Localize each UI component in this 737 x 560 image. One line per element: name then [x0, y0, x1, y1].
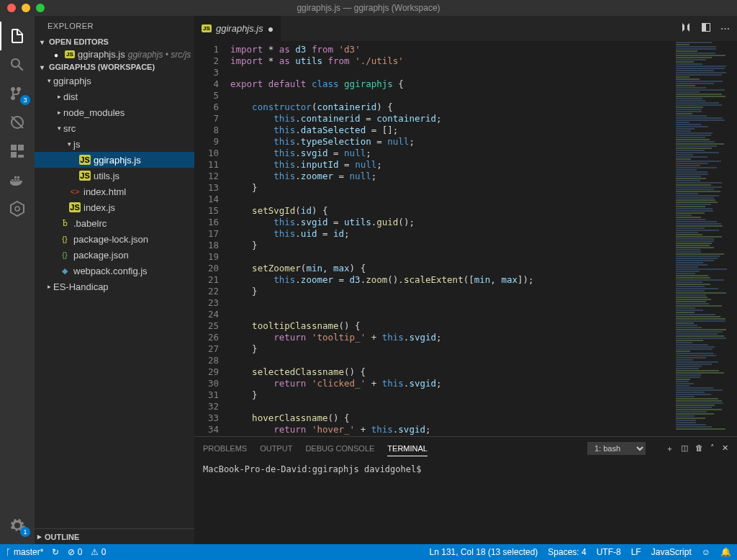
tree-folder-root[interactable]: ▾ggiraphjs: [35, 73, 194, 89]
files-icon: [9, 27, 26, 45]
status-spaces[interactable]: Spaces: 4: [548, 547, 586, 557]
chevron-down-icon: ▾: [37, 38, 46, 46]
svg-point-2: [15, 207, 19, 211]
new-terminal-icon[interactable]: ＋: [666, 443, 674, 454]
status-encoding[interactable]: UTF-8: [597, 547, 621, 557]
activity-explorer[interactable]: [0, 22, 35, 50]
terminal[interactable]: MacBook-Pro-de-David:ggiraphjs davidgohe…: [194, 460, 737, 544]
compare-changes-icon[interactable]: [680, 22, 692, 35]
dirty-icon[interactable]: [52, 49, 62, 60]
bottom-panel: PROBLEMS OUTPUT DEBUG CONSOLE TERMINAL 1…: [194, 436, 737, 544]
tree-file-babelrc[interactable]: ƀ.babelrc: [35, 215, 194, 231]
tree-file-pkg-lock[interactable]: {}package-lock.json: [35, 231, 194, 247]
tree-file-index-html[interactable]: <>index.html: [35, 184, 194, 199]
extensions-icon: [9, 143, 26, 160]
webpack-icon: ◆: [59, 266, 71, 276]
activity-docker[interactable]: [0, 166, 35, 194]
dirty-icon[interactable]: ●: [268, 23, 273, 35]
js-icon: JS: [65, 50, 75, 58]
split-terminal-icon[interactable]: ◫: [681, 443, 688, 454]
js-icon: JS: [79, 155, 91, 165]
explorer-sidebar: EXPLORER ▾ OPEN EDITORS JS ggiraphjs.js …: [35, 16, 194, 544]
kube-icon: [9, 200, 26, 217]
panel-tab-output[interactable]: OUTPUT: [260, 441, 292, 456]
svg-marker-1: [11, 202, 24, 216]
tab-label: ggiraphjs.js: [216, 23, 263, 34]
activity-extensions[interactable]: [0, 137, 35, 166]
terminal-prompt: MacBook-Pro-de-David:ggiraphjs davidgohe…: [203, 464, 421, 474]
status-eol[interactable]: LF: [631, 547, 641, 557]
babel-icon: ƀ: [59, 219, 71, 228]
js-icon: JS: [69, 202, 81, 212]
open-editor-item[interactable]: JS ggiraphjs.js ggiraphjs • src/js: [35, 48, 194, 61]
settings-badge: 1: [20, 527, 30, 537]
code-content[interactable]: import * as d3 from 'd3'import * as util…: [230, 41, 672, 436]
npm-icon: {}: [59, 250, 71, 259]
terminal-select[interactable]: 1: bash: [587, 442, 646, 455]
chevron-right-icon: ▸: [37, 532, 42, 541]
sidebar-title: EXPLORER: [35, 16, 194, 36]
window-max-icon[interactable]: [36, 4, 45, 12]
tree-folder-js[interactable]: ▾js: [35, 136, 194, 152]
docker-icon: [9, 171, 26, 189]
status-sync[interactable]: ↻: [52, 547, 59, 557]
open-editor-name: ggiraphjs.js: [78, 49, 125, 60]
split-editor-icon[interactable]: [700, 22, 712, 35]
tree-folder-dist[interactable]: ▸dist: [35, 89, 194, 104]
search-icon: [9, 56, 26, 73]
maximize-panel-icon[interactable]: ˄: [710, 443, 715, 454]
activity-bar: 3 1: [0, 16, 35, 544]
tree-file-index-js[interactable]: JSindex.js: [35, 199, 194, 215]
json-icon: {}: [59, 235, 71, 243]
kill-terminal-icon[interactable]: 🗑: [695, 443, 703, 454]
activity-settings[interactable]: 1: [0, 511, 35, 540]
tree-file-webpack[interactable]: ◆webpack.config.js: [35, 263, 194, 279]
status-bell-icon[interactable]: 🔔: [720, 547, 731, 557]
tab-ggiraphjs[interactable]: JS ggiraphjs.js ●: [194, 16, 281, 41]
scm-badge: 3: [20, 95, 30, 105]
tab-bar: JS ggiraphjs.js ● ⋯: [194, 16, 737, 41]
line-gutter: 1234567891011121314151617181920212223242…: [194, 41, 230, 436]
file-tree: ▾ggiraphjs ▸dist ▸node_modules ▾src ▾js …: [35, 73, 194, 294]
window-close-icon[interactable]: [7, 4, 16, 12]
activity-search[interactable]: [0, 50, 35, 79]
activity-scm[interactable]: 3: [0, 79, 35, 108]
window-title: ggiraphjs.js — ggiraphjs (Workspace): [0, 3, 737, 13]
window-min-icon[interactable]: [22, 4, 30, 12]
open-editors-head[interactable]: ▾ OPEN EDITORS: [35, 36, 194, 48]
panel-tab-problems[interactable]: PROBLEMS: [203, 441, 247, 456]
tree-file-utils[interactable]: JSutils.js: [35, 168, 194, 184]
tree-file-ggiraphjs[interactable]: JSggiraphjs.js: [35, 152, 194, 168]
tree-folder-es-handicap[interactable]: ▸ES-Handicap: [35, 279, 194, 294]
bug-icon: [9, 114, 26, 131]
status-branch[interactable]: ᚴ master*: [6, 547, 43, 557]
js-icon: JS: [202, 24, 212, 32]
status-errors[interactable]: ⊘ 0: [68, 547, 82, 557]
editor-area: JS ggiraphjs.js ● ⋯ 12345678910111213141…: [194, 16, 737, 544]
status-warnings[interactable]: ⚠ 0: [91, 547, 106, 557]
status-ln-col[interactable]: Ln 131, Col 18 (13 selected): [430, 547, 538, 557]
panel-tab-terminal[interactable]: TERMINAL: [387, 441, 428, 456]
minimap[interactable]: [672, 41, 737, 436]
panel-tab-debug[interactable]: DEBUG CONSOLE: [305, 441, 374, 456]
status-bar: ᚴ master* ↻ ⊘ 0 ⚠ 0 Ln 131, Col 18 (13 s…: [0, 544, 737, 560]
js-icon: JS: [79, 171, 91, 181]
activity-debug[interactable]: [0, 108, 35, 137]
close-panel-icon[interactable]: ✕: [722, 443, 728, 454]
status-lang[interactable]: JavaScript: [651, 547, 692, 557]
html-icon: <>: [69, 187, 81, 196]
tree-folder-node-modules[interactable]: ▸node_modules: [35, 104, 194, 120]
status-feedback-icon[interactable]: ☺: [702, 547, 710, 557]
code-editor[interactable]: 1234567891011121314151617181920212223242…: [194, 41, 672, 436]
activity-kubernetes[interactable]: [0, 194, 35, 223]
tree-folder-src[interactable]: ▾src: [35, 120, 194, 136]
chevron-down-icon: ▾: [37, 63, 46, 71]
open-editor-path: ggiraphjs • src/js: [128, 50, 191, 60]
outline-head[interactable]: ▸ OUTLINE: [35, 528, 194, 544]
titlebar: ggiraphjs.js — ggiraphjs (Workspace): [0, 0, 737, 16]
tree-file-pkg[interactable]: {}package.json: [35, 247, 194, 263]
workspace-head[interactable]: ▾ GGIRAPHJS (WORKSPACE): [35, 61, 194, 73]
more-icon[interactable]: ⋯: [720, 23, 730, 34]
